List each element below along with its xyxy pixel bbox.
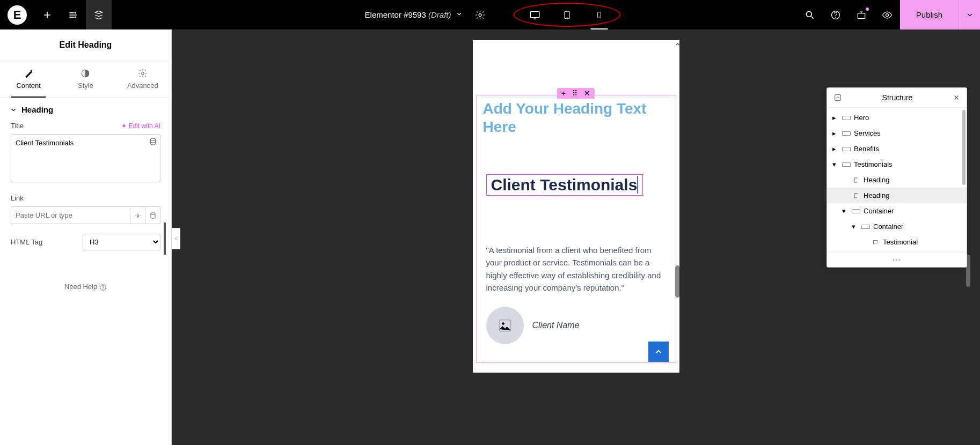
document-dropdown-icon[interactable] [455, 10, 463, 20]
svg-rect-22 [835, 95, 841, 101]
svg-point-17 [150, 212, 155, 214]
tab-content[interactable]: Content [0, 61, 57, 97]
svg-point-1 [75, 16, 76, 18]
svg-point-16 [137, 214, 139, 217]
link-input[interactable] [11, 206, 130, 224]
html-tag-label: HTML Tag [11, 238, 42, 246]
html-tag-select[interactable]: H3 [83, 234, 160, 250]
structure-collapse-icon[interactable] [833, 93, 842, 102]
tree-item-hero[interactable]: ▸Hero [827, 110, 967, 125]
tree-item-container-2[interactable]: ▾Container [827, 219, 967, 234]
svg-point-19 [103, 288, 104, 289]
structure-panel: Structure ▸Hero ▸Services ▸Benefits ▾Tes… [827, 87, 967, 268]
heading-element-selected[interactable]: Client Testimonials [486, 174, 643, 196]
publish-button[interactable]: Publish [900, 0, 959, 29]
responsive-tablet-button[interactable] [551, 0, 583, 29]
structure-title: Structure [842, 93, 953, 102]
add-section-icon[interactable]: + [561, 89, 566, 98]
svg-point-12 [886, 13, 888, 16]
svg-rect-24 [843, 131, 851, 135]
tree-item-container-1[interactable]: ▾Container [827, 203, 967, 219]
scroll-up-icon[interactable]: ⌃ [674, 41, 678, 51]
svg-point-2 [479, 13, 481, 16]
svg-point-8 [806, 11, 811, 17]
client-avatar[interactable] [486, 307, 524, 344]
svg-rect-3 [530, 11, 539, 17]
title-label: Title [11, 122, 24, 130]
need-help-link[interactable]: Need Help [11, 283, 160, 291]
svg-rect-23 [843, 116, 851, 120]
svg-rect-11 [858, 13, 865, 18]
edit-with-ai-link[interactable]: ✦ Edit with AI [121, 122, 160, 130]
svg-rect-26 [843, 162, 851, 166]
heading-placeholder[interactable]: Add Your Heading Text Here [477, 95, 676, 140]
structure-toggle-button[interactable] [86, 0, 112, 29]
svg-point-14 [142, 72, 144, 75]
add-element-button[interactable] [34, 0, 60, 29]
container-element[interactable]: + ⠿ ✕ Add Your Heading Text Here Client … [476, 95, 676, 363]
site-settings-button[interactable] [60, 0, 86, 29]
tree-item-testimonial[interactable]: Testimonial [827, 234, 967, 250]
svg-point-0 [75, 12, 76, 13]
resize-handle-left[interactable] [164, 222, 166, 255]
tree-item-services[interactable]: ▸Services [827, 125, 967, 141]
link-dynamic-button[interactable] [145, 206, 160, 224]
svg-point-5 [567, 17, 568, 18]
panel-title: Edit Heading [0, 29, 171, 61]
tree-item-benefits[interactable]: ▸Benefits [827, 141, 967, 157]
tree-item-heading-1[interactable]: Heading [827, 172, 967, 188]
svg-point-7 [599, 16, 599, 17]
panel-collapse-button[interactable] [172, 228, 180, 249]
tree-item-heading-2[interactable]: Heading [827, 188, 967, 203]
section-heading-toggle[interactable]: Heading [0, 98, 171, 122]
responsive-mobile-button[interactable] [583, 0, 615, 29]
page-settings-button[interactable] [467, 0, 493, 29]
svg-point-21 [502, 322, 504, 325]
structure-more-icon[interactable]: ⋯ [827, 252, 967, 267]
tab-style[interactable]: Style [57, 61, 114, 97]
finder-search-button[interactable] [797, 0, 823, 29]
structure-close-icon[interactable] [953, 94, 960, 101]
structure-scrollbar[interactable] [962, 110, 966, 185]
title-textarea[interactable]: Client Testimonials [11, 134, 160, 182]
svg-rect-28 [862, 225, 870, 228]
svg-rect-25 [843, 147, 851, 151]
testimonial-text[interactable]: "A testimonial from a client who benefit… [486, 244, 666, 294]
tree-item-testimonials[interactable]: ▾Testimonials [827, 157, 967, 172]
svg-rect-27 [852, 209, 860, 213]
document-title: Elementor #9593 (Draft) [365, 10, 451, 19]
link-label: Link [11, 194, 24, 202]
scroll-to-top-button[interactable] [648, 342, 669, 362]
canvas-scrollbar[interactable] [675, 265, 679, 298]
client-name[interactable]: Client Name [532, 321, 580, 330]
whats-new-button[interactable] [849, 0, 874, 29]
link-options-button[interactable] [130, 206, 145, 224]
tab-advanced[interactable]: Advanced [114, 61, 171, 97]
publish-options-button[interactable] [959, 0, 980, 29]
preview-canvas: ⌃ + ⠿ ✕ Add Your Heading Text Here Clien… [473, 40, 679, 373]
svg-point-10 [835, 17, 836, 18]
preview-button[interactable] [874, 0, 900, 29]
elementor-logo[interactable]: E [8, 5, 27, 25]
delete-section-icon[interactable]: ✕ [584, 89, 590, 98]
help-button[interactable] [823, 0, 849, 29]
responsive-desktop-button[interactable] [518, 0, 551, 29]
drag-section-icon[interactable]: ⠿ [572, 89, 577, 98]
svg-point-15 [150, 138, 155, 140]
dynamic-tags-icon[interactable] [149, 137, 157, 146]
